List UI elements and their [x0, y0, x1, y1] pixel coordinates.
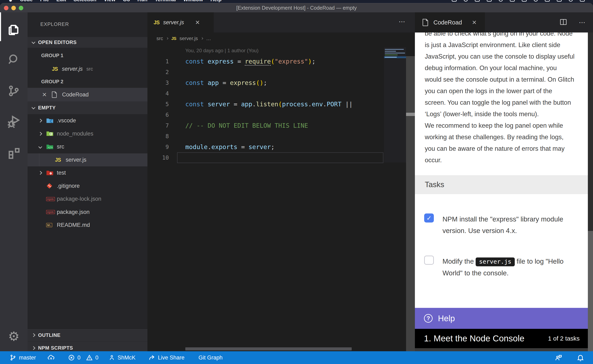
menu-item[interactable]: Selection — [73, 0, 96, 3]
tree-item--vscode[interactable]: .vscode — [28, 114, 147, 127]
code-line-3[interactable]: 3const app = express(); — [147, 78, 415, 88]
tree-item-package-json[interactable]: npmpackage.json — [28, 206, 147, 219]
explorer-icon[interactable] — [0, 17, 28, 42]
display-icon[interactable] — [522, 0, 527, 2]
apple-menu[interactable]: ● — [9, 0, 12, 3]
clock[interactable] — [545, 0, 550, 2]
search-icon[interactable] — [0, 47, 28, 72]
outline-section-header[interactable]: OUTLINE — [28, 329, 147, 341]
horizontal-scrollbar[interactable] — [185, 347, 352, 351]
line-number: 5 — [147, 99, 169, 110]
menu-item[interactable]: Terminal — [155, 0, 176, 3]
code-line-1[interactable]: 1const express = require("express"); — [147, 56, 415, 67]
git-graph-status[interactable]: Git Graph — [199, 351, 223, 364]
scrollbar-thumb[interactable] — [588, 231, 593, 354]
svg-text:</>: </> — [48, 146, 53, 149]
indent-guide — [39, 153, 39, 167]
notifications-bell-icon[interactable] — [577, 351, 584, 364]
close-icon[interactable]: ✕ — [42, 91, 47, 98]
menu-item[interactable]: Edit — [56, 0, 66, 3]
tree-item-label: .gitignore — [57, 183, 80, 189]
code-line-4[interactable]: 4 — [147, 88, 415, 99]
control-center-icon[interactable] — [580, 0, 585, 2]
line-number: 1 — [147, 56, 169, 67]
git-branch-status[interactable]: master — [9, 351, 36, 364]
wifi-icon[interactable] — [534, 0, 538, 2]
lesson-text-line: be able to check what’s going on in your… — [425, 32, 585, 39]
activity-bar: ⚙ — [0, 12, 28, 351]
close-icon[interactable]: ✕ — [195, 19, 200, 26]
tab-server-js[interactable]: JS server.js ✕ — [147, 12, 214, 32]
tree-item-src[interactable]: </>src — [28, 140, 147, 153]
scrollbar-thumb[interactable] — [406, 113, 415, 116]
code-line-9[interactable]: 9module.exports = server; — [147, 142, 415, 152]
git-blame-annotation[interactable]: You, 20 days ago | 1 author (You) — [185, 48, 258, 53]
minimap[interactable] — [384, 47, 406, 162]
menu-item[interactable]: File — [40, 0, 49, 3]
menu-item[interactable]: Help — [210, 0, 221, 3]
siri-icon[interactable] — [569, 0, 573, 2]
code-line-8[interactable]: 8 — [147, 131, 415, 142]
menu-status-icons[interactable] — [452, 0, 585, 2]
webview-scrollbar[interactable] — [588, 32, 593, 354]
code-line-7[interactable]: 7// -- DO NOT EDIT BELOW THIS LINE — [147, 120, 415, 131]
liveshare-status[interactable]: Live Share — [148, 351, 185, 364]
layout-icon[interactable] — [452, 0, 457, 2]
run-debug-icon[interactable] — [0, 109, 28, 134]
tree-item-package-lock-json[interactable]: npmpackage-lock.json — [28, 193, 147, 206]
refresh-icon[interactable] — [475, 0, 480, 2]
source-control-icon[interactable] — [0, 78, 28, 103]
code-line-6[interactable]: 6 — [147, 110, 415, 120]
menu-item[interactable]: View — [104, 0, 115, 3]
menu-item[interactable]: Go — [123, 0, 130, 3]
tab-coderoad[interactable]: CodeRoad ✕ — [415, 12, 485, 32]
play-icon[interactable] — [499, 0, 503, 2]
tree-item--gitignore[interactable]: .gitignore — [28, 180, 147, 193]
chevron-right-icon — [32, 333, 35, 337]
tree-item-server-js[interactable]: JSserver.js — [28, 153, 147, 167]
js-file-icon: JS — [55, 157, 61, 163]
cursor-icon[interactable] — [487, 0, 492, 2]
menu-item[interactable]: Window — [183, 0, 203, 3]
tree-item-node-modules[interactable]: JSnode_modules — [28, 127, 147, 140]
breadcrumb-folder[interactable]: src — [156, 36, 163, 41]
lesson-bar[interactable]: 1. Meet the Node Console 1 of 2 tasks — [415, 329, 588, 348]
task-checkbox[interactable] — [424, 256, 434, 265]
task-label: Modify the server.js file to log "Hello … — [442, 256, 578, 279]
split-editor-icon[interactable] — [560, 18, 567, 27]
vscode-folder-icon — [46, 118, 53, 124]
problems-status[interactable]: 0 0 — [68, 351, 98, 364]
feedback-icon[interactable] — [554, 351, 563, 364]
editor-more-actions-icon[interactable]: ⋯ — [399, 18, 406, 26]
tree-item-test[interactable]: test — [28, 166, 147, 180]
help-button[interactable]: ? Help — [415, 308, 588, 329]
chevron-down-icon — [32, 40, 35, 44]
breadcrumb[interactable]: src JS server.js … — [156, 32, 211, 45]
open-editor-coderoad[interactable]: ✕ CodeRoad — [28, 88, 147, 101]
explorer-sidebar: EXPLORER OPEN EDITORS GROUP 1 JS server.… — [28, 12, 147, 351]
panel-more-actions-icon[interactable]: ⋯ — [579, 19, 586, 26]
close-icon[interactable]: ✕ — [472, 19, 477, 26]
task-checkbox[interactable]: ✓ — [424, 214, 434, 222]
open-editors-header[interactable]: OPEN EDITORS — [28, 37, 147, 48]
code-line-2[interactable]: 2 — [147, 67, 415, 78]
folder-section-header[interactable]: EMPTY — [28, 101, 147, 114]
sync-cloud-icon[interactable] — [47, 351, 55, 364]
tree-item-readme-md[interactable]: M↓README.md — [28, 219, 147, 232]
code-line-5[interactable]: 5const server = app.listen(process.env.P… — [147, 99, 415, 110]
menu-items[interactable]: ●CodeFileEditSelectionViewGoRunTerminalW… — [9, 0, 221, 3]
open-editor-server-js[interactable]: JS server.js src — [28, 62, 147, 76]
lesson-text-line: would see the console output in a termin… — [425, 74, 585, 85]
battery-icon[interactable] — [510, 0, 515, 2]
search-icon[interactable] — [557, 0, 562, 2]
record-icon[interactable] — [464, 0, 468, 2]
settings-gear-icon[interactable]: ⚙ — [0, 324, 28, 349]
menu-item[interactable]: Code — [20, 0, 33, 3]
editor-vertical-scrollbar[interactable] — [406, 56, 415, 351]
extensions-icon[interactable] — [0, 140, 28, 165]
menu-item[interactable]: Run — [137, 0, 147, 3]
breadcrumb-file[interactable]: server.js — [180, 36, 198, 41]
breadcrumb-symbol[interactable]: … — [206, 36, 211, 41]
tree-item-label: src — [57, 143, 64, 150]
liveshare-account-status[interactable]: ShMcK — [108, 351, 135, 364]
